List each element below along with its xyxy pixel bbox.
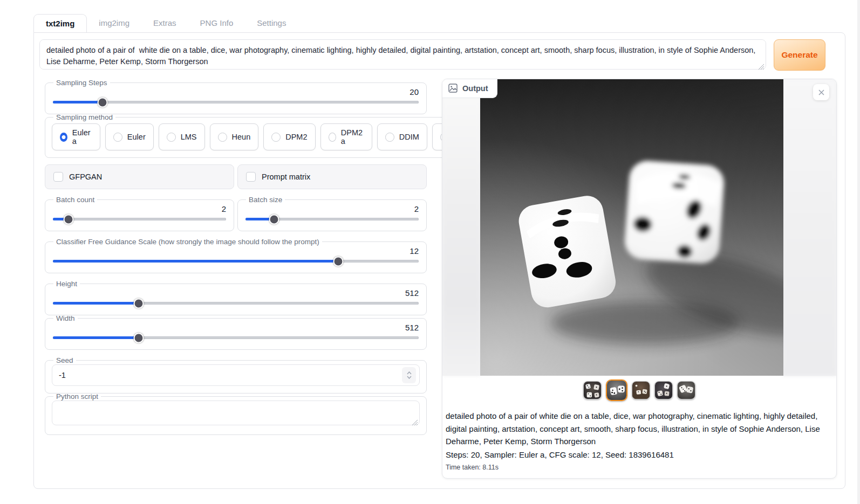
output-time-taken: Time taken: 8.11s (446, 464, 832, 471)
spinner-up-icon[interactable] (407, 371, 412, 375)
radio-label: Euler a (72, 128, 92, 146)
width-slider[interactable] (53, 336, 419, 339)
radio-heun[interactable]: Heun (210, 123, 259, 150)
gfpgan-checkbox[interactable] (53, 172, 63, 182)
slider-fill (53, 101, 103, 103)
radio-icon (113, 133, 122, 142)
slider-fill (53, 302, 139, 305)
sampling-steps-value: 20 (52, 87, 419, 96)
scrollbar-track[interactable] (857, 0, 860, 504)
batch-count-field: Batch count 2 (45, 196, 234, 231)
python-script-field: Python script (45, 392, 427, 435)
gallery-blur-right (782, 79, 836, 376)
checkbox-row: GFPGAN Prompt matrix (45, 164, 427, 189)
sampling-steps-field: Sampling Steps 20 (45, 79, 427, 114)
radio-selected-icon (60, 133, 67, 142)
slider-thumb[interactable] (63, 214, 73, 224)
seed-label: Seed (53, 356, 76, 364)
settings-column: Sampling Steps 20 Sampling method Euler … (45, 79, 427, 479)
gallery-image-area: Output (442, 79, 836, 376)
thumbnail-1[interactable] (583, 381, 602, 399)
image-icon (448, 84, 458, 93)
batch-count-slider[interactable] (53, 218, 226, 220)
radio-label: DPM2 (285, 133, 307, 141)
batch-size-value: 2 (244, 204, 419, 213)
radio-label: DDIM (399, 133, 419, 141)
radio-label: Heun (232, 133, 251, 141)
width-label: Width (53, 314, 78, 322)
cfg-value: 12 (52, 246, 419, 256)
sampling-steps-slider[interactable] (53, 101, 419, 103)
radio-icon (329, 133, 336, 142)
resize-handle-icon[interactable] (412, 419, 418, 426)
python-script-input[interactable] (52, 401, 420, 425)
height-field: Height 512 (45, 280, 427, 315)
generate-button[interactable]: Generate (774, 39, 825, 71)
radio-euler-a[interactable]: Euler a (52, 123, 100, 150)
gallery-thumbnails (442, 376, 836, 404)
batch-size-field: Batch size 2 (237, 196, 427, 231)
slider-fill (53, 260, 338, 263)
slider-thumb[interactable] (134, 333, 144, 343)
slider-thumb[interactable] (98, 97, 108, 107)
radio-label: Euler (127, 133, 146, 141)
seed-stepper[interactable] (402, 367, 416, 383)
slider-fill (53, 336, 139, 339)
prompt-matrix-checkbox[interactable] (246, 172, 256, 182)
seed-value: -1 (59, 371, 402, 379)
tab-png-info[interactable]: PNG Info (188, 14, 245, 32)
seed-field: Seed -1 (45, 356, 427, 393)
generated-image (480, 79, 783, 376)
radio-icon (167, 133, 176, 142)
python-script-label: Python script (53, 392, 101, 401)
height-label: Height (53, 280, 80, 288)
spinner-down-icon[interactable] (407, 376, 412, 379)
radio-icon (385, 133, 394, 142)
cfg-slider[interactable] (53, 260, 419, 263)
height-value: 512 (52, 288, 419, 298)
close-icon (818, 89, 825, 96)
radio-label: LMS (181, 133, 197, 141)
radio-lms[interactable]: LMS (159, 123, 205, 150)
radio-icon (218, 133, 227, 142)
close-output-button[interactable] (813, 84, 829, 100)
batch-size-label: Batch size (246, 196, 285, 204)
width-value: 512 (52, 323, 419, 332)
output-label: Output (462, 84, 488, 93)
tab-extras[interactable]: Extras (141, 14, 188, 32)
radio-label: DPM2 a (341, 128, 364, 146)
seed-input[interactable]: -1 (52, 364, 420, 386)
sampling-steps-label: Sampling Steps (53, 79, 110, 87)
gfpgan-option[interactable]: GFPGAN (45, 164, 234, 189)
sampling-group: Sampling Steps 20 Sampling method Euler … (45, 79, 427, 158)
prompt-row: detailed photo of a pair of white die on… (39, 39, 825, 72)
batch-size-slider[interactable] (245, 218, 419, 220)
tab-settings[interactable]: Settings (245, 14, 298, 32)
prompt-matrix-label: Prompt matrix (262, 172, 310, 181)
gfpgan-label: GFPGAN (69, 172, 102, 181)
slider-thumb[interactable] (269, 214, 279, 224)
radio-ddim[interactable]: DDIM (377, 123, 427, 150)
tab-bar: txt2img img2img Extras PNG Info Settings (33, 14, 298, 32)
tab-txt2img[interactable]: txt2img (33, 14, 87, 32)
seed-script-group: Seed -1 Python script (45, 356, 427, 435)
batch-count-label: Batch count (53, 196, 97, 204)
tab-img2img[interactable]: img2img (87, 14, 141, 32)
slider-thumb[interactable] (134, 298, 144, 308)
height-slider[interactable] (53, 302, 419, 305)
batch-row: Batch count 2 Batch size 2 (45, 196, 427, 231)
radio-dpm2[interactable]: DPM2 (263, 123, 315, 150)
batch-count-value: 2 (52, 204, 226, 213)
slider-thumb[interactable] (333, 256, 343, 266)
resize-handle-icon[interactable] (758, 64, 765, 70)
thumbnail-2-selected[interactable] (606, 379, 627, 401)
radio-dpm2-a[interactable]: DPM2 a (320, 123, 372, 150)
output-panel: Output (442, 79, 837, 479)
prompt-matrix-option[interactable]: Prompt matrix (237, 164, 427, 189)
output-prompt-text: detailed photo of a pair of white die on… (446, 410, 832, 448)
thumbnail-4[interactable] (654, 381, 673, 399)
prompt-input[interactable]: detailed photo of a pair of white die on… (39, 39, 766, 70)
thumbnail-3[interactable] (632, 381, 650, 399)
thumbnail-5[interactable] (677, 381, 695, 399)
radio-euler[interactable]: Euler (105, 123, 154, 150)
